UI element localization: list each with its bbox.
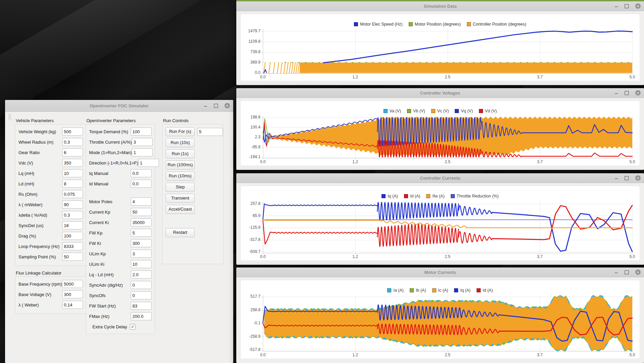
restore-icon[interactable] xyxy=(625,176,629,180)
button-accel-coast[interactable]: Accel/Coast xyxy=(166,205,195,214)
direction-1-r-0-n-1-f-input[interactable] xyxy=(138,159,159,167)
lq-mh-input[interactable] xyxy=(62,169,83,177)
torque-demand-input[interactable] xyxy=(131,128,152,136)
button-step[interactable]: Step xyxy=(166,183,195,192)
legend-item: Motor Elec Speed (Hz) xyxy=(354,22,402,27)
simulation-data-chart xyxy=(241,27,640,81)
ulim-ki-input[interactable] xyxy=(131,260,152,268)
gear-ratio-label: Gear Ratio xyxy=(18,150,62,155)
ld-mh-label: Ld (mH) xyxy=(18,181,62,186)
extra-cycle-delay-checkbox[interactable]: ✓ xyxy=(130,324,135,330)
button-run-10s[interactable]: Run (10s) xyxy=(166,138,195,147)
run-row: Accel/Coast xyxy=(166,205,220,214)
base-frequency-rpm-label: Base Frequency (rpm) xyxy=(18,282,62,287)
minimize-icon[interactable] xyxy=(614,4,618,8)
iq-manual-input[interactable] xyxy=(131,169,152,177)
close-icon[interactable]: × xyxy=(635,269,641,275)
close-icon[interactable]: × xyxy=(225,103,230,108)
button-run-10ms[interactable]: Run (10ms) xyxy=(166,172,195,181)
legend-swatch xyxy=(410,288,414,292)
titlebar-motor-currents[interactable]: Motor Currents × xyxy=(236,267,644,277)
legend-label: Motor Elec Speed (Hz) xyxy=(360,22,402,27)
titlebar-simulation-data[interactable]: Simulation Data × xyxy=(236,1,644,11)
loop-frequency-hz-input[interactable] xyxy=(62,242,83,250)
button-restart[interactable]: Restart xyxy=(166,228,195,237)
run-row: Run (1s) xyxy=(166,149,220,158)
button-run-1s[interactable]: Run (1s) xyxy=(166,149,195,158)
vdc-v-input[interactable] xyxy=(62,159,83,167)
wheel-radius-m-input[interactable] xyxy=(62,138,83,146)
button-run-for-s[interactable]: Run For (s) xyxy=(166,127,195,136)
restore-icon[interactable] xyxy=(625,91,629,95)
param-row: ULim Kp xyxy=(89,249,152,258)
base-frequency-rpm-input[interactable] xyxy=(62,280,83,288)
restore-icon[interactable] xyxy=(214,104,218,108)
section-header-run-controls: Run Controls xyxy=(163,118,230,123)
close-icon[interactable]: × xyxy=(635,3,641,9)
syncadv-dig-hz-input[interactable] xyxy=(131,281,152,289)
current-ki-input[interactable] xyxy=(131,218,152,226)
minimize-icon[interactable] xyxy=(614,270,618,274)
sampling-point-input[interactable] xyxy=(62,253,83,261)
focused-window-accent xyxy=(236,0,644,1)
param-row: SyncOfs xyxy=(89,291,152,300)
mode-1-run-2-man-input[interactable] xyxy=(132,148,153,156)
param-row: Loop Frequency (Hz) xyxy=(18,242,83,251)
run-row: Step xyxy=(166,183,220,192)
param-row: Iq Manual xyxy=(89,169,152,178)
simulator-titlebar[interactable]: OpenInverter FOC Simulator × xyxy=(5,100,233,112)
minimize-icon[interactable] xyxy=(614,91,618,95)
current-kp-input[interactable] xyxy=(131,208,152,216)
titlebar-controller-currents[interactable]: Controller Currents × xyxy=(236,173,644,183)
legend-item: Va (V) xyxy=(384,109,401,113)
minimize-icon[interactable] xyxy=(614,176,618,180)
syncdel-us-input[interactable] xyxy=(62,221,83,229)
run-row: Run (10s) xyxy=(166,138,220,147)
id-manual-input[interactable] xyxy=(131,180,152,188)
restore-icon[interactable] xyxy=(625,4,629,8)
drag-label: Drag (%) xyxy=(18,233,62,239)
rs-ohm-input[interactable] xyxy=(62,190,83,198)
current-kp-label: Current Kp xyxy=(89,210,131,215)
legend-label: Vc (V) xyxy=(437,109,449,113)
minimize-icon[interactable] xyxy=(204,104,207,108)
param-row: Lq - Ld (mH) xyxy=(89,270,152,279)
titlebar-controller-voltages[interactable]: Controller Voltages × xyxy=(236,88,644,98)
vehicle-weight-kg-input[interactable] xyxy=(62,128,83,136)
mweber-input[interactable] xyxy=(62,201,83,209)
run-for-seconds-input[interactable] xyxy=(197,128,223,136)
motor-poles-input[interactable] xyxy=(131,197,152,206)
fw-start-hz-input[interactable] xyxy=(131,302,152,310)
param-row: Sampling Point (%) xyxy=(18,252,83,261)
throttle-current-a-input[interactable] xyxy=(132,138,153,146)
weber-label: λ ( Weber) xyxy=(18,302,62,307)
drag-input[interactable] xyxy=(62,232,83,240)
legend-label: Ia (A) xyxy=(393,288,404,293)
legend-item: Iq (A) xyxy=(381,194,398,198)
lq-ld-mh-label: Lq - Ld (mH) xyxy=(89,272,131,277)
legend-item: Controller Position (degrees) xyxy=(467,22,526,27)
lq-ld-mh-input[interactable] xyxy=(131,270,152,279)
base-voltage-v-input[interactable] xyxy=(62,290,83,298)
button-run-100ms[interactable]: Run (100ms) xyxy=(166,160,195,170)
toolbar-grip-handle[interactable] xyxy=(8,114,11,120)
group-openinverter-parameters: Torque Demand (%)Throttle Current (A/%)M… xyxy=(86,124,155,334)
fw-kp-input[interactable] xyxy=(131,229,152,237)
gear-ratio-input[interactable] xyxy=(62,148,83,156)
delta-aid-input[interactable] xyxy=(62,211,83,219)
restore-icon[interactable] xyxy=(625,270,629,275)
ulim-kp-input[interactable] xyxy=(131,250,152,258)
syncofs-input[interactable] xyxy=(131,291,152,299)
weber-input[interactable] xyxy=(62,301,83,309)
close-icon[interactable]: × xyxy=(635,175,641,181)
param-row: Current Ki xyxy=(89,218,152,227)
legend-item: Ia (A) xyxy=(387,288,404,293)
fw-ki-input[interactable] xyxy=(131,239,152,247)
legend-item: Ifw (A) xyxy=(426,194,444,198)
legend-label: Ib (A) xyxy=(416,288,426,293)
run-row: Run (100ms) xyxy=(166,160,220,170)
ld-mh-input[interactable] xyxy=(62,180,83,188)
fmax-hz-input[interactable] xyxy=(131,312,152,320)
close-icon[interactable]: × xyxy=(635,90,641,96)
button-transient[interactable]: Transient xyxy=(166,194,195,203)
